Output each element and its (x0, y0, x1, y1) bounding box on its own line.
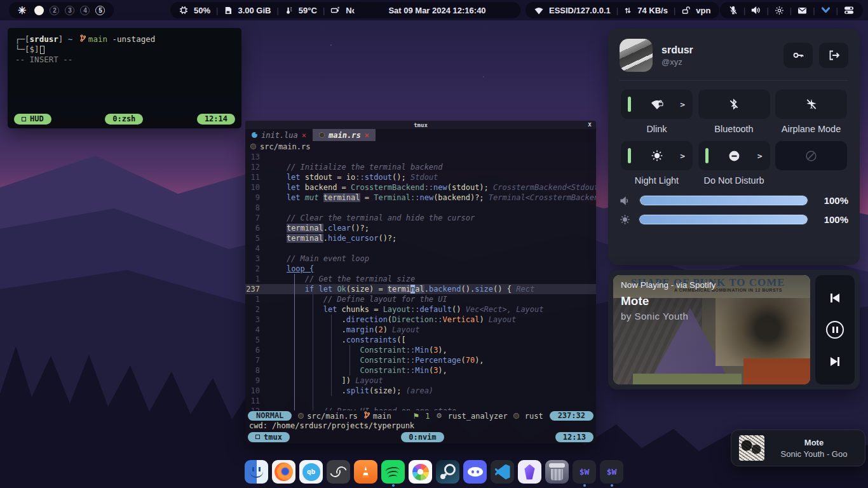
tab-close-icon[interactable]: × (365, 131, 369, 140)
cpu-usage: 50% (194, 6, 210, 15)
code-line[interactable]: 10 .split(size); (area) (245, 386, 596, 396)
workspace-1[interactable] (34, 6, 44, 15)
code-line[interactable]: 2 let chunks = Layout::default() Vec<Rec… (245, 304, 596, 315)
chevron-down-icon[interactable] (821, 6, 831, 14)
tab-main-rs[interactable]: main.rs × (313, 129, 376, 141)
settings-gear-icon[interactable] (775, 6, 784, 15)
code-line[interactable]: 6 Constraint::Min(3), (245, 345, 596, 355)
code-line[interactable]: 7 // Clear the terminal and hide the cur… (245, 213, 596, 223)
next-track-button[interactable] (831, 357, 839, 366)
toggle-night-light[interactable]: > (621, 141, 693, 170)
close-icon[interactable]: x (588, 121, 592, 128)
terminal-statusbar: HUD 0:zsh 12:14 (14, 114, 235, 125)
mic-muted-icon[interactable] (729, 6, 738, 15)
code-line[interactable]: 9 ]) Layout (245, 376, 596, 386)
code-line[interactable]: 2 loop { (245, 264, 596, 274)
steam-icon[interactable] (436, 460, 459, 486)
chevron-right-icon[interactable]: > (680, 100, 685, 109)
tab-close-icon[interactable]: × (302, 131, 306, 140)
toggle-dlink[interactable]: > (621, 90, 693, 119)
chevron-right-icon[interactable]: > (680, 151, 685, 161)
git-branch-icon (80, 34, 86, 44)
sun-icon (651, 149, 663, 162)
brightness-slider[interactable] (639, 214, 808, 225)
pause-button[interactable] (826, 321, 844, 339)
code-line[interactable]: 12 // Initialize the terminal backend (245, 162, 596, 172)
trash-icon[interactable] (545, 460, 569, 486)
workspace-2[interactable]: 2 (50, 6, 59, 15)
firefox-icon[interactable] (272, 460, 295, 486)
code-line[interactable]: 12 // Draw UI based on app state (245, 406, 596, 410)
spotify-icon[interactable] (381, 460, 405, 486)
volume-icon[interactable] (751, 6, 761, 15)
code-line[interactable]: 6 terminal.clear()?; (245, 223, 596, 233)
desktop: ✳ 2345 50% | 3.00 GiB | 59°C | No Bat (0, 0, 868, 488)
logout-button[interactable] (819, 43, 848, 68)
clock-group[interactable]: Sat 09 Mar 2024 12:16:40 (354, 2, 520, 18)
statusline-branch: main (373, 412, 391, 421)
code-line[interactable]: 11 (245, 396, 596, 406)
minus-circle-icon (728, 150, 740, 162)
divider (620, 80, 848, 81)
airplane-off-icon (805, 98, 818, 111)
toggle-airplane-mode[interactable] (775, 90, 847, 119)
zsh-window-pill[interactable]: 0:zsh (105, 114, 143, 125)
launcher-icon[interactable]: ✳ (18, 4, 26, 17)
code-line[interactable]: 8 Constraint::Min(3), (245, 365, 596, 376)
code-line[interactable]: 9 let mut terminal = Terminal::new(backe… (245, 193, 596, 203)
toggle-blocked[interactable] (775, 141, 847, 170)
workspace-4[interactable]: 4 (80, 6, 90, 15)
code-line[interactable]: 11 let stdout = io::stdout(); Stdout (245, 172, 596, 182)
vlc-icon[interactable] (354, 460, 377, 486)
swirl-app-icon[interactable] (327, 460, 350, 486)
code-line[interactable]: 4 (245, 243, 596, 254)
toggle-label: Dlink (646, 124, 667, 135)
code-line[interactable]: 8 (245, 203, 596, 213)
previous-track-button[interactable] (831, 294, 839, 302)
terminal-clock-pill: 12:14 (197, 114, 235, 125)
toggle-do-not-disturb[interactable]: > (698, 141, 770, 170)
code-line[interactable]: 3 .direction(Direction::Vertical) Layout (245, 315, 596, 325)
bluetooth-off-icon (728, 98, 740, 110)
chevron-right-icon[interactable]: > (757, 151, 763, 161)
flag-icon: ⚑ (413, 412, 420, 421)
nvim-window-pill[interactable]: 0:nvim (401, 432, 444, 442)
tmux-window[interactable]: tmux x init.lua × main.rs × src/main.rs … (245, 121, 596, 444)
code-lines[interactable]: 1312 // Initialize the terminal backend1… (245, 152, 596, 410)
workspace-5[interactable]: 5 (95, 6, 105, 15)
qbittorrent-icon[interactable]: qb (299, 460, 323, 486)
workspace-3[interactable]: 3 (65, 6, 74, 15)
cursor-position-pill: 237:32 (550, 411, 593, 421)
keys-button[interactable] (783, 43, 813, 68)
code-line[interactable]: 3 // Main event loop (245, 254, 596, 264)
file-manager-icon[interactable] (245, 460, 268, 486)
vscode-icon[interactable] (491, 460, 514, 486)
key-icon (792, 49, 804, 62)
code-line[interactable]: 4 .margin(2) Layout (245, 325, 596, 335)
code-line[interactable]: 1 // Define layout for the UI (245, 294, 596, 304)
code-line[interactable]: 10 let backend = CrosstermBackend::new(s… (245, 182, 596, 193)
toggles-icon[interactable] (844, 6, 854, 15)
code-line[interactable]: 7 Constraint::Percentage(70), (245, 355, 596, 365)
code-line[interactable]: 1 // Get the terminal size (245, 274, 596, 284)
discord-icon[interactable] (463, 460, 487, 486)
brightness-value: 100% (817, 214, 848, 225)
sw-app-1-icon[interactable]: $W (573, 460, 596, 486)
tmux-session-pill[interactable]: tmux (248, 432, 290, 442)
obsidian-icon[interactable] (518, 460, 541, 486)
terminal-window[interactable]: ┌─[srdusr] ~ main -unstaged └─[$] -- INS… (8, 28, 241, 128)
hud-pill[interactable]: HUD (14, 114, 51, 125)
toggle-bluetooth[interactable] (698, 90, 770, 119)
code-line[interactable]: 5 terminal.hide_cursor()?; (245, 233, 596, 243)
tab-init-lua[interactable]: init.lua × (245, 129, 313, 141)
code-line[interactable]: 237 if let Ok(size) = terminal.backend()… (245, 284, 596, 294)
lua-icon (252, 132, 257, 138)
notification-title: Mote (771, 438, 857, 447)
mail-icon[interactable] (797, 6, 807, 15)
code-line[interactable]: 5 .constraints([ (245, 335, 596, 345)
code-line[interactable]: 13 (245, 152, 596, 162)
volume-slider[interactable] (639, 195, 808, 206)
photos-icon[interactable] (409, 460, 432, 486)
sw-app-2-icon[interactable]: $W (600, 460, 623, 486)
album-art[interactable]: SHAPE OF PUNK TO COME A CHIMERICAL BOMBI… (613, 275, 810, 384)
